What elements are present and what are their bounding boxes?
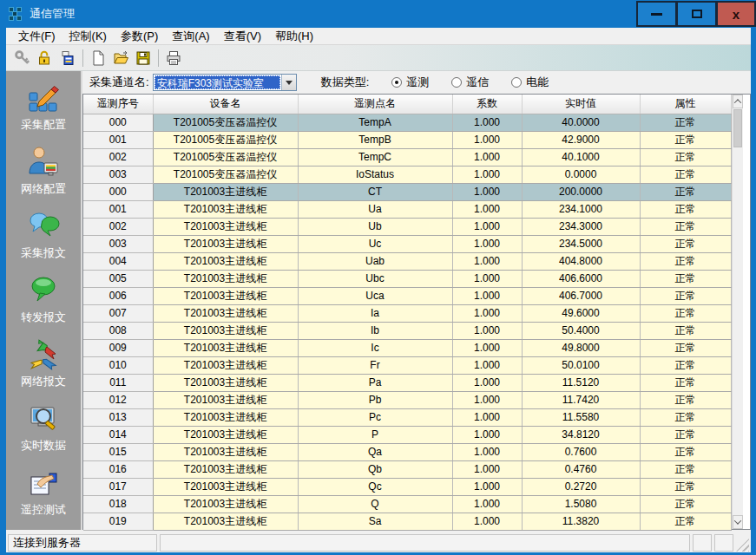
print-button[interactable] — [162, 48, 185, 69]
menu-control[interactable]: 控制(K) — [62, 28, 114, 45]
cell-device: T201003主进线柜 — [153, 218, 298, 235]
table-row[interactable]: 019T201003主进线柜Sa1.00011.3820正常 — [83, 513, 731, 530]
vertical-scrollbar[interactable] — [732, 95, 743, 529]
table-body: 000T201005变压器温控仪TempA1.00040.0000正常001T2… — [83, 114, 731, 530]
col-coef[interactable]: 系数 — [452, 95, 522, 114]
radio-telemetry[interactable]: 遥测 — [391, 75, 429, 90]
cell-seq: 004 — [83, 252, 153, 270]
cell-seq: 001 — [83, 131, 153, 148]
table-row[interactable]: 001T201005变压器温控仪TempB1.00042.9000正常 — [83, 131, 731, 148]
print-icon — [165, 49, 182, 67]
table-row[interactable]: 001T201003主进线柜Ua1.000234.1000正常 — [83, 200, 731, 218]
cell-coef: 1.000 — [452, 478, 522, 495]
scroll-down-button[interactable] — [733, 515, 743, 529]
table-row[interactable]: 018T201003主进线柜Q1.0001.5080正常 — [83, 495, 731, 513]
radio-signal[interactable]: 遥信 — [451, 75, 489, 90]
cell-value: 404.8000 — [522, 252, 640, 270]
scrollbar-thumb[interactable] — [733, 109, 742, 147]
col-point[interactable]: 遥测点名 — [298, 95, 452, 114]
table-row[interactable]: 005T201003主进线柜Ubc1.000406.6000正常 — [83, 270, 731, 287]
table-row[interactable]: 017T201003主进线柜Qc1.0000.2720正常 — [83, 478, 731, 495]
sidebar-item-realtime-data[interactable]: 实时数据 — [9, 401, 78, 454]
unlock-button[interactable] — [34, 48, 56, 69]
cell-attr: 正常 — [640, 287, 731, 304]
col-device[interactable]: 设备名 — [153, 95, 298, 114]
cell-seq: 000 — [83, 183, 153, 200]
menu-query[interactable]: 查询(A) — [165, 28, 216, 45]
sidebar-item-network-message[interactable]: 网络报文 — [9, 336, 78, 389]
cell-seq: 002 — [83, 148, 153, 166]
cell-point: Ic — [298, 339, 452, 356]
open-button[interactable] — [109, 48, 132, 69]
sidebar-item-capture-message[interactable]: 采集报文 — [9, 208, 78, 261]
cell-point: Ub — [298, 218, 452, 235]
app-window: 通信管理 x 文件(F) 控制(K) 参数(P) 查询(A) 查看(V) 帮助(… — [0, 0, 756, 555]
menu-help[interactable]: 帮助(H) — [268, 28, 320, 45]
cell-coef: 1.000 — [452, 322, 522, 339]
table-row[interactable]: 007T201003主进线柜Ia1.00049.6000正常 — [83, 304, 731, 322]
table-row[interactable]: 003T201003主进线柜Uc1.000234.5000正常 — [83, 235, 731, 252]
table-row[interactable]: 014T201003主进线柜P1.00034.8120正常 — [83, 426, 731, 443]
table-row[interactable]: 000T201003主进线柜CT1.000200.0000正常 — [83, 183, 731, 200]
cell-attr: 正常 — [640, 374, 731, 391]
save-button[interactable] — [132, 48, 154, 69]
save-icon — [135, 49, 152, 67]
table-row[interactable]: 012T201003主进线柜Pb1.00011.7420正常 — [83, 391, 731, 408]
tool-settings-icon — [59, 49, 76, 67]
maximize-button[interactable] — [676, 1, 716, 27]
cell-device: T201003主进线柜 — [153, 391, 298, 408]
radio-label: 遥测 — [406, 75, 429, 90]
cell-device: T201003主进线柜 — [153, 408, 298, 426]
cell-coef: 1.000 — [452, 252, 522, 270]
new-file-button[interactable] — [87, 48, 109, 69]
table-row[interactable]: 000T201005变压器温控仪TempA1.00040.0000正常 — [83, 114, 731, 131]
sidebar-item-network-config[interactable]: 网络配置 — [9, 144, 78, 197]
table-row[interactable]: 010T201003主进线柜Fr1.00050.0100正常 — [83, 356, 731, 374]
table-row[interactable]: 015T201003主进线柜Qa1.0000.7600正常 — [83, 443, 731, 460]
arrows-icon — [26, 336, 61, 371]
sidebar-item-forward-message[interactable]: 转发报文 — [9, 272, 78, 325]
radio-energy[interactable]: 电能 — [511, 75, 549, 90]
sidebar-item-capture-config[interactable]: 采集配置 — [9, 80, 78, 133]
table-row[interactable]: 011T201003主进线柜Pa1.00011.5120正常 — [83, 374, 731, 391]
cell-point: IoStatus — [298, 166, 452, 183]
col-attr[interactable]: 属性 — [640, 95, 731, 114]
table-row[interactable]: 004T201003主进线柜Uab1.000404.8000正常 — [83, 252, 731, 270]
cell-attr: 正常 — [640, 322, 731, 339]
resize-grip[interactable] — [736, 539, 749, 552]
radio-icon — [451, 77, 462, 88]
cell-value: 0.4760 — [522, 460, 640, 478]
status-panel — [714, 534, 733, 552]
cell-coef: 1.000 — [452, 408, 522, 426]
table-row[interactable]: 002T201003主进线柜Ub1.000234.3000正常 — [83, 218, 731, 235]
col-value[interactable]: 实时值 — [522, 95, 640, 114]
cell-device: T201003主进线柜 — [153, 443, 298, 460]
menu-view[interactable]: 查看(V) — [217, 28, 268, 45]
table-row[interactable]: 006T201003主进线柜Uca1.000406.7000正常 — [83, 287, 731, 304]
table-row[interactable]: 009T201003主进线柜Ic1.00049.8000正常 — [83, 339, 731, 356]
menu-parameters[interactable]: 参数(P) — [114, 28, 165, 45]
table-row[interactable]: 008T201003主进线柜Ib1.00050.4000正常 — [83, 322, 731, 339]
cell-coef: 1.000 — [452, 391, 522, 408]
close-button[interactable]: x — [716, 1, 756, 27]
cell-seq: 012 — [83, 391, 153, 408]
sidebar-item-remote-test[interactable]: 遥控测试 — [9, 465, 78, 518]
table-row[interactable]: 002T201005变压器温控仪TempC1.00040.1000正常 — [83, 148, 731, 166]
datatype-label: 数据类型: — [321, 75, 370, 90]
channel-select[interactable]: 安科瑞F303测试实验室 — [153, 74, 297, 91]
cell-attr: 正常 — [640, 495, 731, 513]
minimize-button[interactable] — [636, 1, 676, 27]
cell-point: Pc — [298, 408, 452, 426]
table-row[interactable]: 016T201003主进线柜Qb1.0000.4760正常 — [83, 460, 731, 478]
open-folder-icon — [112, 49, 129, 67]
table-row[interactable]: 003T201005变压器温控仪IoStatus1.0000.0000正常 — [83, 166, 731, 183]
menu-file[interactable]: 文件(F) — [11, 28, 62, 45]
channel-dropdown-button[interactable] — [281, 75, 296, 90]
scroll-up-button[interactable] — [733, 95, 743, 108]
chat-bubbles-icon — [26, 208, 61, 243]
settings-button[interactable] — [56, 48, 79, 69]
table-row[interactable]: 013T201003主进线柜Pc1.00011.5580正常 — [83, 408, 731, 426]
col-seq[interactable]: 遥测序号 — [83, 95, 153, 114]
key-button[interactable] — [11, 48, 34, 69]
scrollbar-track[interactable] — [733, 108, 743, 515]
